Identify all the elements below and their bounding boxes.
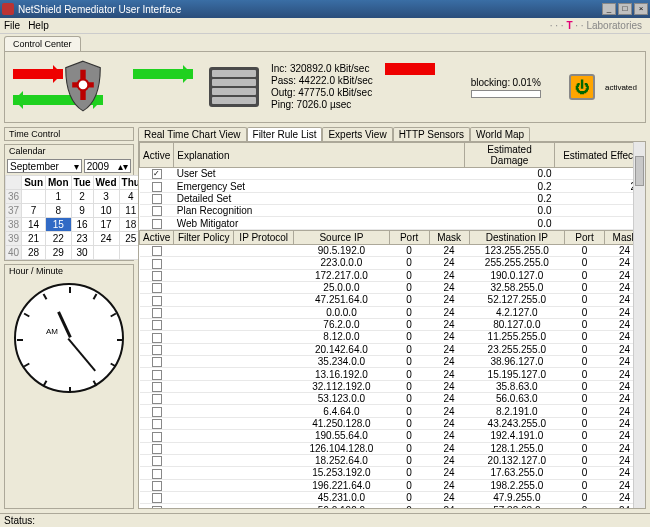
calendar-day[interactable]: 8 xyxy=(46,204,72,218)
calendar-day[interactable]: 17 xyxy=(93,218,119,232)
maximize-button[interactable]: □ xyxy=(618,3,632,15)
rule-active-checkbox[interactable] xyxy=(152,206,162,216)
filter-rule-row[interactable]: 8.12.0.002411.255.255.0024 xyxy=(140,331,645,343)
filter-active-checkbox[interactable] xyxy=(152,345,162,355)
calendar-day[interactable]: 28 xyxy=(22,246,46,260)
calendar-day[interactable]: 2 xyxy=(71,190,93,204)
tab-control-center[interactable]: Control Center xyxy=(4,36,81,51)
calendar-day[interactable]: 24 xyxy=(93,232,119,246)
status-label: Status: xyxy=(4,515,35,526)
filter-rule-row[interactable]: 56.0.192.002457.32.63.0024 xyxy=(140,504,645,509)
calendar-title: Calendar xyxy=(5,145,133,157)
filter-active-checkbox[interactable] xyxy=(152,469,162,479)
minimize-button[interactable]: _ xyxy=(602,3,616,15)
filter-rule-row[interactable]: 196.221.64.0024198.2.255.0024 xyxy=(140,479,645,491)
close-button[interactable]: × xyxy=(634,3,648,15)
rule-set-row[interactable]: Plan Recognition0.08 xyxy=(140,205,645,217)
calendar-day[interactable]: 3 xyxy=(93,190,119,204)
filter-active-checkbox[interactable] xyxy=(152,271,162,281)
filter-active-checkbox[interactable] xyxy=(152,432,162,442)
rule-set-row[interactable]: User Set0.08 xyxy=(140,168,645,180)
filter-rules-table[interactable]: ActiveFilter PolicyIP ProtocolSource IPP… xyxy=(139,230,645,509)
rule-sets-table[interactable]: ActiveExplanationEstimated DamageEstimat… xyxy=(139,142,645,230)
calendar-day[interactable]: 21 xyxy=(22,232,46,246)
view-tab[interactable]: Experts View xyxy=(322,127,392,141)
filter-active-checkbox[interactable] xyxy=(152,382,162,392)
rule-set-row[interactable]: Web Mitigator0.0 xyxy=(140,217,645,229)
power-button[interactable]: ⏻ xyxy=(569,74,595,100)
calendar-day[interactable]: 15 xyxy=(46,218,72,232)
filter-rule-row[interactable]: 223.0.0.0024255.255.255.0024 xyxy=(140,257,645,269)
arrow-incoming-icon xyxy=(13,69,63,79)
view-tab[interactable]: HTTP Sensors xyxy=(393,127,470,141)
filter-rule-row[interactable]: 41.250.128.002443.243.255.0024 xyxy=(140,417,645,429)
filter-active-checkbox[interactable] xyxy=(152,246,162,256)
filter-active-checkbox[interactable] xyxy=(152,296,162,306)
filter-active-checkbox[interactable] xyxy=(152,407,162,417)
filter-rule-row[interactable]: 53.123.0.002456.0.63.0024 xyxy=(140,393,645,405)
calendar-day[interactable]: 1 xyxy=(46,190,72,204)
view-tab[interactable]: World Map xyxy=(470,127,530,141)
rule-active-checkbox[interactable] xyxy=(152,182,162,192)
filter-active-checkbox[interactable] xyxy=(152,481,162,491)
rule-active-checkbox[interactable] xyxy=(152,219,162,229)
filter-active-checkbox[interactable] xyxy=(152,320,162,330)
filter-rule-row[interactable]: 25.0.0.002432.58.255.0024 xyxy=(140,281,645,293)
view-tabs: Real Time Chart ViewFilter Rule ListExpe… xyxy=(138,127,646,141)
rule-set-row[interactable]: Detailed Set0.28 xyxy=(140,192,645,204)
calendar-day[interactable]: 7 xyxy=(22,204,46,218)
filter-active-checkbox[interactable] xyxy=(152,357,162,367)
calendar-day[interactable]: 10 xyxy=(93,204,119,218)
year-select[interactable]: 2009▴▾ xyxy=(84,159,131,173)
calendar-day[interactable]: 23 xyxy=(71,232,93,246)
filter-active-checkbox[interactable] xyxy=(152,259,162,269)
rule-set-row[interactable]: Emergency Set0.224 xyxy=(140,180,645,192)
calendar-day[interactable]: 14 xyxy=(22,218,46,232)
calendar-day[interactable]: 22 xyxy=(46,232,72,246)
filter-active-checkbox[interactable] xyxy=(152,419,162,429)
filter-rule-row[interactable]: 90.5.192.0024123.255.255.0024 xyxy=(140,244,645,256)
vertical-scrollbar[interactable] xyxy=(633,142,645,508)
filter-active-checkbox[interactable] xyxy=(152,283,162,293)
calendar-day[interactable]: 16 xyxy=(71,218,93,232)
header-panel: Inc: 320892.0 kBit/sec Pass: 44222.0 kBi… xyxy=(4,51,646,123)
filter-rule-row[interactable]: 18.252.64.002420.132.127.0024 xyxy=(140,454,645,466)
calendar-day[interactable] xyxy=(22,190,46,204)
view-tab[interactable]: Filter Rule List xyxy=(247,127,323,141)
calendar-day[interactable]: 9 xyxy=(71,204,93,218)
filter-rule-row[interactable]: 172.217.0.0024190.0.127.0024 xyxy=(140,269,645,281)
filter-rule-row[interactable]: 45.231.0.002447.9.255.0024 xyxy=(140,491,645,503)
filter-active-checkbox[interactable] xyxy=(152,394,162,404)
calendar-day[interactable]: 29 xyxy=(46,246,72,260)
filter-rule-row[interactable]: 32.112.192.002435.8.63.0024 xyxy=(140,380,645,392)
filter-rule-row[interactable]: 126.104.128.0024128.1.255.0024 xyxy=(140,442,645,454)
filter-rule-row[interactable]: 76.2.0.002480.127.0.0024 xyxy=(140,318,645,330)
filter-active-checkbox[interactable] xyxy=(152,308,162,318)
filter-rule-row[interactable]: 0.0.0.00244.2.127.0024 xyxy=(140,306,645,318)
time-control-title: Time Control xyxy=(5,128,133,140)
month-select[interactable]: September▾ xyxy=(7,159,82,173)
filter-active-checkbox[interactable] xyxy=(152,333,162,343)
filter-rule-row[interactable]: 35.234.0.002438.96.127.0024 xyxy=(140,356,645,368)
filter-rule-row[interactable]: 13.16.192.002415.195.127.0024 xyxy=(140,368,645,380)
filter-active-checkbox[interactable] xyxy=(152,456,162,466)
rule-active-checkbox[interactable] xyxy=(152,169,162,179)
rule-active-checkbox[interactable] xyxy=(152,194,162,204)
calendar-day[interactable]: 30 xyxy=(71,246,93,260)
menu-file[interactable]: File xyxy=(4,20,20,31)
filter-active-checkbox[interactable] xyxy=(152,506,162,509)
filter-active-checkbox[interactable] xyxy=(152,493,162,503)
filter-active-checkbox[interactable] xyxy=(152,444,162,454)
time-control-group: Time Control xyxy=(4,127,134,141)
analog-clock[interactable]: AM xyxy=(14,283,124,393)
filter-rule-grid-wrap: ActiveExplanationEstimated DamageEstimat… xyxy=(138,141,646,509)
calendar-day[interactable] xyxy=(93,246,119,260)
menu-help[interactable]: Help xyxy=(28,20,49,31)
filter-rule-row[interactable]: 190.55.64.0024192.4.191.0024 xyxy=(140,430,645,442)
filter-rule-row[interactable]: 47.251.64.002452.127.255.0024 xyxy=(140,294,645,306)
filter-rule-row[interactable]: 6.4.64.00248.2.191.0024 xyxy=(140,405,645,417)
filter-rule-row[interactable]: 15.253.192.002417.63.255.0024 xyxy=(140,467,645,479)
filter-rule-row[interactable]: 20.142.64.002423.255.255.0024 xyxy=(140,343,645,355)
filter-active-checkbox[interactable] xyxy=(152,370,162,380)
view-tab[interactable]: Real Time Chart View xyxy=(138,127,247,141)
